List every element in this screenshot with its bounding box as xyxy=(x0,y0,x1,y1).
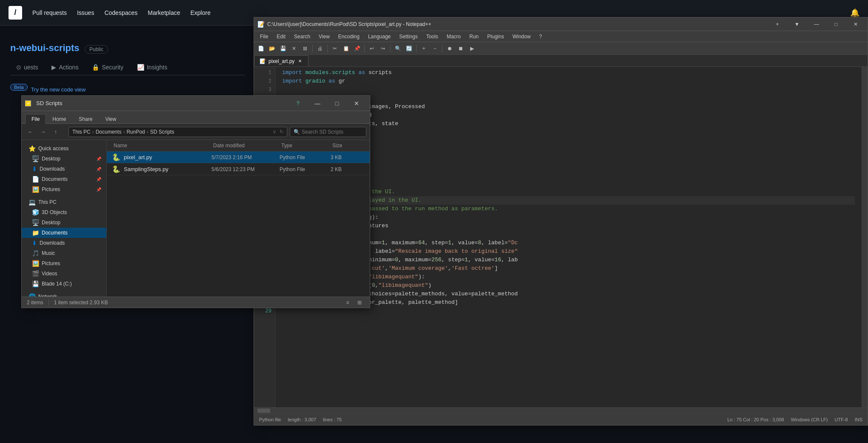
sidebar-item-desktop-qa[interactable]: 🖥️ Desktop 📌 xyxy=(22,154,106,164)
music-icon: 🎵 xyxy=(32,250,39,257)
npp-tool-close[interactable]: ✕ xyxy=(289,43,299,54)
try-new-code-link[interactable]: Try the new code view xyxy=(31,86,86,93)
npp-dropdown-btn[interactable]: ▼ xyxy=(788,17,805,31)
repo-nav-actions[interactable]: ▶ Actions xyxy=(46,60,84,75)
file-row-sampling-steps[interactable]: 🐍 SamplingSteps.py 5/6/2023 12:23 PM Pyt… xyxy=(107,163,370,175)
npp-menu-encoding[interactable]: Encoding xyxy=(334,32,364,41)
nav-marketplace[interactable]: Marketplace xyxy=(148,9,180,16)
nav-pull-requests[interactable]: Pull requests xyxy=(32,9,67,16)
npp-tab-pixel-art[interactable]: 📝 pixel_art.py ✕ xyxy=(254,55,308,66)
col-type[interactable]: Type xyxy=(280,142,331,149)
fe-back-btn[interactable]: ← xyxy=(25,127,35,137)
npp-tool-new[interactable]: 📄 xyxy=(256,43,266,54)
python-file-icon-2: 🐍 xyxy=(112,165,120,173)
npp-menu-file[interactable]: File xyxy=(256,32,272,41)
npp-tool-open[interactable]: 📂 xyxy=(267,43,277,54)
npp-tool-replace[interactable]: 🔄 xyxy=(404,43,414,54)
npp-tool-macro-stop[interactable]: ⏹ xyxy=(456,43,466,54)
github-logo[interactable]: / xyxy=(9,6,22,20)
fe-search-box[interactable]: 🔍 Search SD Scripts xyxy=(290,127,366,137)
sidebar-quick-access[interactable]: ⭐ Quick access xyxy=(22,143,106,154)
npp-tool-paste[interactable]: 📌 xyxy=(352,43,362,54)
npp-menu-run[interactable]: Run xyxy=(465,32,483,41)
repo-nav-insights[interactable]: 📈 Insights xyxy=(131,60,173,75)
sidebar-item-pictures-qa[interactable]: 🖼️ Pictures 📌 xyxy=(22,184,106,194)
npp-tool-closeall[interactable]: ⊠ xyxy=(300,43,310,54)
this-pc-icon: 💻 xyxy=(29,199,36,206)
npp-scrollbar-x[interactable] xyxy=(254,407,868,413)
npp-tool-zoom-in[interactable]: + xyxy=(419,43,429,54)
npp-menu-edit[interactable]: Edit xyxy=(272,32,290,41)
fe-view-grid-btn[interactable]: ⊞ xyxy=(354,298,365,307)
npp-tool-search[interactable]: 🔍 xyxy=(393,43,403,54)
npp-menu-plugins[interactable]: Plugins xyxy=(483,32,508,41)
fe-tab-share[interactable]: Share xyxy=(72,114,99,124)
notification-bell[interactable]: 🔔 xyxy=(850,8,859,17)
npp-menu-help[interactable]: ? xyxy=(535,32,546,41)
sidebar-item-documents-qa[interactable]: 📄 Documents 📌 xyxy=(22,174,106,184)
repo-nav-requests[interactable]: ⊙ uests xyxy=(10,60,44,75)
npp-tool-macro-play[interactable]: ▶ xyxy=(467,43,477,54)
npp-menu-macro[interactable]: Macro xyxy=(443,32,465,41)
sidebar-item-videos[interactable]: 🎬 Videos xyxy=(22,269,106,279)
fe-titlebar: 📁 SD Scripts ? — □ ✕ xyxy=(22,96,370,111)
fe-tab-file[interactable]: File xyxy=(25,114,46,124)
fe-tab-view[interactable]: View xyxy=(99,114,123,124)
search-icon: 🔍 xyxy=(294,129,300,135)
sidebar-item-music[interactable]: 🎵 Music xyxy=(22,248,106,258)
npp-tool-macro-rec[interactable]: ⏺ xyxy=(445,43,455,54)
npp-menu-view[interactable]: View xyxy=(314,32,334,41)
fe-help-btn[interactable]: ? xyxy=(288,96,308,111)
nav-explore[interactable]: Explore xyxy=(191,9,211,16)
col-name[interactable]: Name xyxy=(112,142,211,149)
fe-maximize-btn[interactable]: □ xyxy=(327,96,347,111)
npp-close-btn[interactable]: ✕ xyxy=(847,17,864,31)
npp-menu-search[interactable]: Search xyxy=(290,32,314,41)
repo-nav-security[interactable]: 🔒 Security xyxy=(86,60,129,75)
fe-minimize-btn[interactable]: — xyxy=(308,96,327,111)
fe-address-path[interactable]: This PC › Documents › RunPod › SD Script… xyxy=(69,127,287,137)
sidebar-item-downloads-qa[interactable]: ⬇ Downloads 📌 xyxy=(22,164,106,174)
npp-tool-print[interactable]: 🖨 xyxy=(315,43,325,54)
file-row-pixel-art[interactable]: 🐍 pixel_art.py 5/7/2023 2:16 PM Python F… xyxy=(107,151,370,163)
fe-close-btn[interactable]: ✕ xyxy=(347,96,366,111)
file-type-sampling: Python File xyxy=(280,166,331,172)
fe-view-details-btn[interactable]: ≡ xyxy=(343,298,353,307)
sidebar-item-desktop[interactable]: 🖥️ Desktop xyxy=(22,217,106,228)
npp-menu-tools[interactable]: Tools xyxy=(422,32,443,41)
col-date[interactable]: Date modified xyxy=(211,142,280,149)
npp-scrollbar-right[interactable] xyxy=(862,67,868,407)
npp-tool-undo[interactable]: ↩ xyxy=(367,43,377,54)
npp-tool-copy[interactable]: 📋 xyxy=(341,43,351,54)
npp-maximize-btn[interactable]: □ xyxy=(828,17,845,31)
npp-tool-cut[interactable]: ✂ xyxy=(330,43,340,54)
repo-visibility-badge: Public xyxy=(85,45,108,54)
fe-forward-btn[interactable]: → xyxy=(38,127,48,137)
npp-menu-language[interactable]: Language xyxy=(364,32,395,41)
npp-tool-save[interactable]: 💾 xyxy=(278,43,288,54)
repo-title[interactable]: n-webui-scripts xyxy=(10,43,80,53)
nav-codespaces[interactable]: Codespaces xyxy=(104,9,137,16)
npp-tab-close-btn[interactable]: ✕ xyxy=(297,58,303,64)
fe-tab-home[interactable]: Home xyxy=(46,114,72,124)
npp-tool-redo[interactable]: ↪ xyxy=(378,43,388,54)
npp-minimize-btn[interactable]: — xyxy=(808,17,825,31)
documents-icon: 📁 xyxy=(32,229,39,236)
npp-menu-settings[interactable]: Settings xyxy=(395,32,422,41)
sidebar-item-documents[interactable]: 📁 Documents xyxy=(22,228,106,238)
sidebar-item-downloads[interactable]: ⬇ Downloads xyxy=(22,238,106,248)
npp-tab-icon: 📝 xyxy=(260,58,266,64)
npp-tool-zoom-out[interactable]: − xyxy=(430,43,440,54)
npp-titlebar: 📝 C:\Users\[user]\Documents\RunPod\SD Sc… xyxy=(254,17,868,31)
sidebar-item-3d-objects[interactable]: 🧊 3D Objects xyxy=(22,207,106,217)
sidebar-item-pictures[interactable]: 🖼️ Pictures xyxy=(22,258,106,269)
sidebar-network[interactable]: 🌐 Network xyxy=(22,292,106,297)
sidebar-this-pc[interactable]: 💻 This PC xyxy=(22,197,106,207)
npp-menu-window[interactable]: Window xyxy=(508,32,535,41)
nav-issues[interactable]: Issues xyxy=(77,9,94,16)
col-size[interactable]: Size xyxy=(331,142,365,149)
npp-plus-btn[interactable]: + xyxy=(769,17,786,31)
fe-up-btn[interactable]: ↑ xyxy=(51,127,61,137)
3d-objects-icon: 🧊 xyxy=(32,209,39,216)
sidebar-item-blade14[interactable]: 💾 Blade 14 (C:) xyxy=(22,279,106,289)
